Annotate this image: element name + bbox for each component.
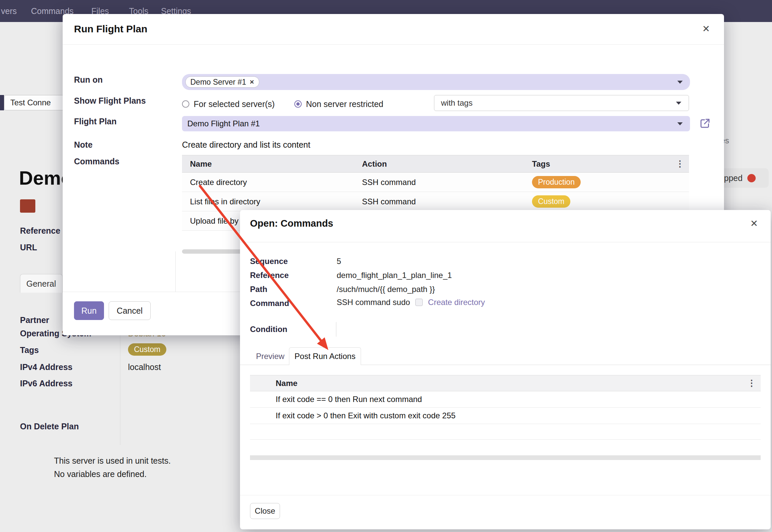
- tags-label: Tags: [20, 345, 39, 355]
- create-directory-link[interactable]: Create directory: [428, 298, 485, 307]
- external-link-icon[interactable]: [699, 117, 711, 129]
- close-button[interactable]: Close: [250, 503, 280, 519]
- command-label: Command: [250, 299, 289, 308]
- table-row[interactable]: Create directory SSH command Production: [182, 173, 689, 192]
- radio-non-server-restricted[interactable]: Non server restricted: [294, 99, 383, 109]
- with-tags-placeholder: with tags: [441, 98, 473, 108]
- server-chip-label: Demo Server #1: [190, 78, 246, 87]
- no-variables-note: No variables are defined.: [54, 469, 147, 479]
- note-label: Note: [74, 140, 93, 150]
- reference-field-label: Reference: [250, 271, 289, 280]
- ipv6-address-label: IPv6 Address: [20, 379, 72, 388]
- chevron-down-icon: [676, 102, 681, 105]
- ipv4-address-value: localhost: [128, 362, 161, 372]
- cancel-button[interactable]: Cancel: [109, 301, 151, 320]
- col-action-header[interactable]: Action: [354, 159, 524, 169]
- row-action: SSH command: [354, 197, 524, 206]
- condition-empty-field[interactable]: [336, 322, 336, 337]
- cropped-primary-button[interactable]: [0, 95, 4, 110]
- tab-preview[interactable]: Preview: [256, 352, 284, 361]
- run-on-field[interactable]: Demo Server #1 ✕: [182, 74, 690, 90]
- condition-label: Condition: [250, 325, 287, 334]
- sequence-label: Sequence: [250, 257, 288, 266]
- commands-modal-close-icon[interactable]: ✕: [750, 218, 758, 229]
- row-name: Create directory: [182, 178, 354, 187]
- radio-for-selected-servers[interactable]: For selected server(s): [182, 99, 275, 109]
- radio-checked-icon[interactable]: [294, 100, 302, 108]
- command-value: SSH command sudo: [337, 298, 410, 307]
- production-tag-badge: Production: [532, 176, 581, 188]
- path-value: /such/much/{{ demo_path }}: [337, 285, 435, 294]
- table-options-icon[interactable]: ⋮: [746, 378, 761, 388]
- commands-table-header: Name Action Tags ⋮: [182, 155, 689, 173]
- sequence-value: 5: [337, 257, 341, 266]
- color-swatch[interactable]: [20, 199, 35, 213]
- horizontal-scrollbar[interactable]: [250, 455, 761, 460]
- with-tags-select[interactable]: with tags: [434, 95, 689, 111]
- note-value: Create directory and list its content: [182, 140, 310, 150]
- show-flight-plans-label: Show Flight Plans: [74, 96, 146, 106]
- url-label: URL: [20, 243, 37, 252]
- run-on-label: Run on: [74, 75, 103, 85]
- col-tags-header[interactable]: Tags: [524, 159, 674, 169]
- row-name: List files in directory: [182, 197, 354, 206]
- table-options-icon[interactable]: ⋮: [674, 159, 689, 169]
- row-action: SSH command: [354, 178, 524, 187]
- run-button[interactable]: Run: [74, 301, 104, 320]
- status-badge-label: pped: [724, 173, 743, 183]
- reference-field-value: demo_flight_plan_1_plan_line_1: [337, 271, 452, 280]
- flight-plan-value: Demo Flight Plan #1: [187, 119, 260, 128]
- actions-table-header: Name ⋮: [250, 375, 761, 391]
- pane-divider: [175, 251, 176, 292]
- empty-table-row[interactable]: [250, 424, 761, 440]
- actions-col-name-header[interactable]: Name: [269, 379, 746, 388]
- ipv4-address-label: IPv4 Address: [20, 362, 72, 372]
- radio-unchecked-icon[interactable]: [182, 100, 189, 108]
- status-dot-icon: [747, 174, 756, 182]
- tab-post-run-actions[interactable]: Post Run Actions: [289, 347, 361, 365]
- notebook-tabs: Preview Post Run Actions: [240, 347, 771, 365]
- open-commands-modal: Open: Commands ✕ Sequence 5 Reference de…: [240, 210, 771, 529]
- action-row-name: If exit code == 0 then Run next command: [269, 395, 761, 404]
- chevron-down-icon: [677, 122, 683, 125]
- tab-general[interactable]: General: [20, 274, 63, 293]
- partner-label: Partner: [20, 315, 49, 325]
- reference-label: Reference: [20, 226, 60, 236]
- nav-item-servers[interactable]: vers: [1, 0, 17, 22]
- unit-test-note: This server is used in unit tests.: [54, 456, 171, 466]
- table-row[interactable]: List files in directory SSH command Cust…: [182, 192, 689, 211]
- custom-tag-badge: Custom: [532, 195, 570, 208]
- commands-label: Commands: [74, 157, 119, 166]
- table-row[interactable]: If exit code == 0 then Run next command: [250, 391, 761, 408]
- tags-custom-badge: Custom: [128, 343, 166, 356]
- server-chip[interactable]: Demo Server #1 ✕: [185, 76, 259, 88]
- command-checkbox[interactable]: [415, 299, 423, 306]
- action-row-name: If exit code > 0 then Exit with custom e…: [269, 411, 761, 420]
- flight-plan-label: Flight Plan: [74, 117, 117, 126]
- chevron-down-icon: [677, 81, 683, 84]
- modal-footer-divider: [240, 495, 771, 495]
- radio-for-selected-label: For selected server(s): [194, 99, 275, 109]
- chip-remove-icon[interactable]: ✕: [249, 79, 254, 86]
- commands-modal-header: Open: Commands ✕: [240, 210, 771, 242]
- path-label: Path: [250, 285, 267, 294]
- command-value-row: SSH command sudo Create directory: [337, 298, 485, 307]
- commands-modal-title: Open: Commands: [250, 218, 333, 229]
- flight-plan-select[interactable]: Demo Flight Plan #1: [182, 116, 690, 131]
- run-modal-close-icon[interactable]: ✕: [702, 23, 710, 34]
- table-row[interactable]: If exit code > 0 then Exit with custom e…: [250, 408, 761, 424]
- post-run-actions-table: Name ⋮ If exit code == 0 then Run next c…: [250, 375, 761, 440]
- col-name-header[interactable]: Name: [182, 159, 354, 169]
- on-delete-plan-label: On Delete Plan: [20, 422, 79, 431]
- radio-non-server-label: Non server restricted: [306, 99, 383, 109]
- run-modal-title: Run Flight Plan: [74, 23, 147, 35]
- run-modal-header: Run Flight Plan ✕: [63, 14, 724, 45]
